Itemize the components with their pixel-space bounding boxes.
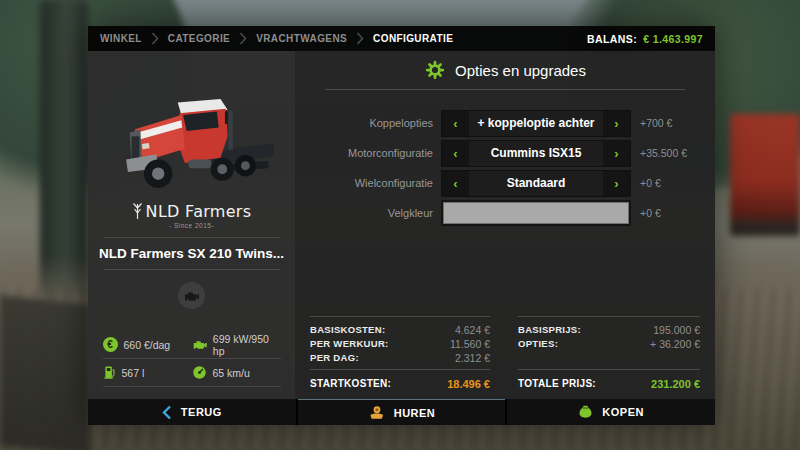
- money-bag-icon: [578, 404, 593, 420]
- balance-value: € 1.463.997: [643, 33, 703, 45]
- rim-color-swatch[interactable]: [441, 200, 631, 226]
- config-header-title: Opties en upgrades: [455, 62, 586, 79]
- config-row-koppelopties: Koppelopties ‹ + koppeloptie achter › +7…: [295, 110, 715, 136]
- option-price: +35.500 €: [640, 147, 687, 159]
- engine-icon: [183, 289, 200, 303]
- brand-logo: NLD Farmers: [132, 201, 252, 221]
- breadcrumb-categorie[interactable]: CATEGORIE: [168, 33, 230, 44]
- option-value: + koppeloptie achter: [469, 111, 603, 136]
- option-price: +0 €: [640, 207, 661, 219]
- divider: [518, 316, 700, 317]
- chevron-left-icon: [162, 405, 172, 420]
- cost-value: + 36.200 €: [650, 337, 700, 351]
- chevron-right-icon: [151, 32, 159, 45]
- config-row-velgkleur: Velgkleur +0 €: [295, 200, 715, 226]
- vehicle-panel: NLD Farmers - Since 2015- NLD Farmers SX…: [88, 51, 295, 399]
- divider: [103, 386, 281, 387]
- option-label: Koppelopties: [295, 117, 433, 129]
- brand-name: NLD Farmers: [146, 202, 252, 221]
- cost-summary: BASISKOSTEN:4.624 € PER WERKUUR:11.560 €…: [295, 316, 715, 399]
- buy-button-label: KOPEN: [602, 406, 644, 418]
- breadcrumb-vrachtwagens[interactable]: VRACHTWAGENS: [256, 33, 347, 44]
- cost-label: PER DAG:: [310, 351, 359, 365]
- action-bar: TERUG HUREN KOPEN: [88, 399, 715, 425]
- stat-value: 660 €/dag: [124, 339, 171, 351]
- chevron-right-icon[interactable]: ›: [603, 171, 630, 196]
- cost-label: OPTIES:: [518, 337, 558, 351]
- chevron-right-icon[interactable]: ›: [603, 111, 630, 136]
- option-value: Cummins ISX15: [469, 141, 603, 166]
- divider: [104, 237, 280, 238]
- balance-label: BALANS:: [587, 33, 637, 45]
- back-button-label: TERUG: [181, 406, 222, 418]
- config-header: Opties en upgrades: [295, 58, 715, 82]
- back-button[interactable]: TERUG: [88, 399, 296, 425]
- option-selector: ‹ + koppeloptie achter ›: [441, 110, 631, 137]
- coin-euro-icon: [103, 337, 118, 352]
- config-row-wielconfiguratie: Wielconfiguratie ‹ Standaard › +0 €: [295, 170, 715, 196]
- divider: [310, 316, 490, 317]
- stat-fuel-capacity: 567 l: [103, 365, 192, 380]
- engine-config-badge: [178, 282, 205, 309]
- speedometer-icon: [192, 365, 207, 380]
- chevron-right-icon: [356, 32, 364, 45]
- chevron-left-icon[interactable]: ‹: [442, 141, 469, 166]
- stat-value: 65 km/u: [213, 367, 250, 379]
- option-label: Velgkleur: [295, 207, 433, 219]
- total-label: TOTALE PRIJS:: [518, 376, 596, 392]
- chevron-right-icon[interactable]: ›: [603, 141, 630, 166]
- fuel-pump-icon: [103, 365, 116, 380]
- option-selector: ‹ Standaard ›: [441, 170, 631, 197]
- vehicle-stats: 660 €/dag 699 kW/950 hp: [103, 331, 281, 387]
- option-value: Standaard: [469, 171, 603, 196]
- cost-value: 11.560 €: [450, 337, 490, 351]
- shop-config-panel: WINKEL CATEGORIE VRACHTWAGENS CONFIGURAT…: [88, 26, 715, 425]
- vehicle-title: NLD Farmers SX 210 Twins...: [99, 246, 284, 261]
- config-panel: Opties en upgrades Koppelopties ‹ + kopp…: [295, 51, 715, 399]
- divider: [518, 369, 700, 370]
- cost-value: 2.312 €: [455, 351, 490, 365]
- stat-value: 699 kW/950 hp: [213, 333, 281, 357]
- stat-power: 699 kW/950 hp: [192, 333, 281, 357]
- divider: [325, 89, 685, 90]
- cost-label: BASISPRIJS:: [518, 323, 581, 337]
- red-trailer: [730, 114, 800, 236]
- breadcrumb-winkel[interactable]: WINKEL: [100, 33, 142, 44]
- vehicle-image: [103, 81, 281, 197]
- breadcrumb-configuratie: CONFIGURATIE: [373, 33, 453, 44]
- balance: BALANS: € 1.463.997: [587, 33, 703, 45]
- stone-wall: [0, 295, 90, 450]
- cost-value: 195.000 €: [653, 323, 700, 337]
- chevron-left-icon[interactable]: ‹: [442, 111, 469, 136]
- cost-value: 4.624 €: [455, 323, 490, 337]
- stat-max-speed: 65 km/u: [192, 365, 281, 380]
- purchase-costs: BASISPRIJS:195.000 € OPTIES:+ 36.200 € T…: [518, 316, 700, 392]
- config-row-motorconfiguratie: Motorconfiguratie ‹ Cummins ISX15 › +35.…: [295, 140, 715, 166]
- config-options: Koppelopties ‹ + koppeloptie achter › +7…: [295, 110, 715, 230]
- running-costs: BASISKOSTEN:4.624 € PER WERKUUR:11.560 €…: [310, 316, 490, 392]
- buy-button[interactable]: KOPEN: [507, 399, 715, 425]
- option-selector: ‹ Cummins ISX15 ›: [441, 140, 631, 167]
- wheat-icon: [132, 201, 143, 221]
- gear-wrench-icon: [424, 59, 446, 81]
- cost-label: BASISKOSTEN:: [310, 323, 385, 337]
- stat-price-per-day: 660 €/dag: [103, 337, 192, 352]
- total-value: 18.496 €: [447, 376, 490, 392]
- option-price: +700 €: [640, 117, 672, 129]
- cost-label: PER WERKUUR:: [310, 337, 389, 351]
- total-label: STARTKOSTEN:: [310, 376, 391, 392]
- total-value: 231.200 €: [651, 376, 700, 392]
- hand-coin-icon: [368, 405, 385, 420]
- stat-value: 567 l: [122, 367, 145, 379]
- option-label: Wielconfiguratie: [295, 177, 433, 189]
- breadcrumb-bar: WINKEL CATEGORIE VRACHTWAGENS CONFIGURAT…: [88, 26, 715, 51]
- option-label: Motorconfiguratie: [295, 147, 433, 159]
- chevron-left-icon[interactable]: ‹: [442, 171, 469, 196]
- divider: [104, 269, 280, 270]
- rent-button[interactable]: HUREN: [298, 399, 506, 425]
- divider: [310, 369, 490, 370]
- chevron-right-icon: [239, 32, 247, 45]
- option-price: +0 €: [640, 177, 661, 189]
- brand-since: - Since 2015-: [169, 222, 214, 229]
- engine-icon: [192, 338, 207, 351]
